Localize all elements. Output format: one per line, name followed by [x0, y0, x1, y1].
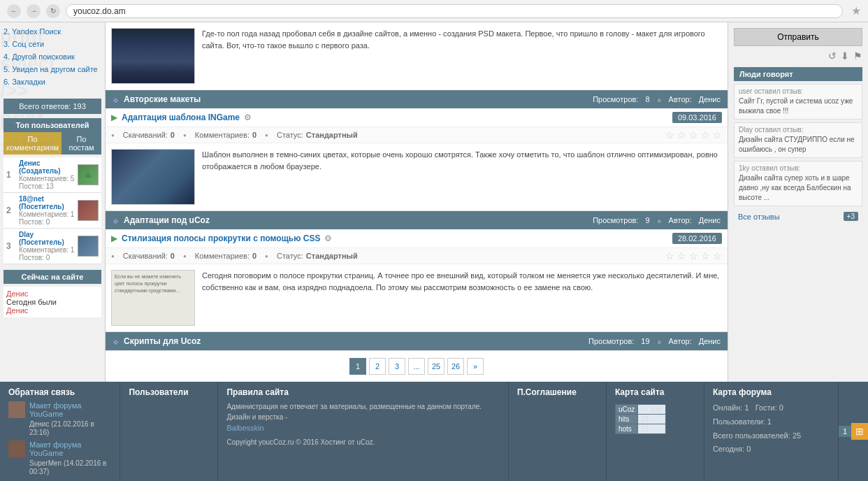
footer-designer-link[interactable]: Balbesskin: [226, 422, 499, 434]
download-icon[interactable]: ⬇: [841, 50, 849, 62]
user-name-1[interactable]: Денис (Создатель): [19, 159, 78, 175]
post-2-title-link[interactable]: Стилизация полосы прокрутки с помощью CS…: [122, 234, 320, 243]
section-title-3: Скрипты для Ucoz: [124, 336, 201, 346]
section-author-name-2: Денис: [699, 216, 721, 224]
nav-link-yandex[interactable]: 2. Yandex Поиск: [3, 26, 101, 37]
comments-count-1: 0: [252, 131, 256, 139]
forward-btn[interactable]: →: [27, 4, 41, 18]
section-author-label-3: Автор:: [669, 337, 692, 345]
user-stats-comments-3: Комментариев: 1: [19, 246, 78, 254]
post-1-gear-icon[interactable]: ⚙: [244, 113, 252, 122]
page-25-btn[interactable]: 25: [428, 358, 444, 375]
page-next-btn[interactable]: »: [467, 358, 484, 375]
back-btn[interactable]: ←: [7, 4, 21, 18]
online-label: Онлайн:: [713, 403, 742, 412]
refresh-icon[interactable]: ↺: [828, 50, 837, 62]
today-user-link[interactable]: Денис: [6, 306, 28, 315]
post-2-left: ▶ Стилизация полосы прокрутки с помощью …: [111, 234, 332, 243]
section-header-2: ⬦ Адаптации под uCoz Просмотров: 9 ⬦ Авт…: [106, 211, 728, 229]
section-arrow-3: ⬦: [113, 336, 118, 347]
bookmark-icon[interactable]: ★: [851, 4, 861, 17]
total-users-count: 25: [793, 431, 801, 440]
online-user-link[interactable]: Денис: [6, 289, 28, 298]
footer-post-1-link[interactable]: Макет форума YouGame: [29, 401, 111, 418]
nav-link-bookmarks[interactable]: 6. Закладки: [3, 76, 101, 87]
post-1-arrow: ▶: [111, 113, 117, 122]
review-author-3: 1ky оставил отзыв:: [739, 164, 858, 172]
section-author-label-1: Автор:: [669, 95, 692, 103]
dot-5: ●: [183, 253, 187, 259]
user-name-3[interactable]: Dlay (Посетитель): [19, 231, 78, 246]
top-users-title: Топ пользователей: [3, 118, 101, 132]
reviews-title: Люди говорят: [734, 67, 862, 81]
tab-by-comments[interactable]: По комментариям: [3, 132, 62, 155]
online-count: 1: [744, 403, 748, 412]
section-header-1: ⬦ Авторские макеты Просмотров: 8 ⬦ Автор…: [106, 90, 728, 108]
review-text-3: Дизайн сайта супер хоть и в шаре давно ,…: [739, 173, 858, 203]
footer-avatar-2: [8, 440, 25, 457]
total-users-label: Всего пользователей:: [713, 431, 790, 440]
send-button[interactable]: Отправить: [734, 28, 862, 46]
footer-post-2-sub: SuperMen (14.02.2016 в 00:37): [29, 459, 106, 475]
today-footer-count: 0: [746, 445, 751, 453]
post-2-title-row: ▶ Стилизация полосы прокрутки с помощью …: [106, 229, 728, 248]
footer-avatar-1: [8, 401, 25, 418]
post-1-meta-row: ● Скачиваний: 0 ● Комментариев: 0 ● Стат…: [106, 127, 728, 143]
user-stats-comments-2: Комментариев: 1: [19, 210, 78, 218]
pagination: 1 2 3 ... 25 26 »: [106, 350, 728, 382]
tab-by-posts[interactable]: По постам: [62, 132, 101, 155]
section-views-3: 19: [641, 337, 649, 345]
section-author-name-1: Денис: [699, 95, 721, 103]
right-sidebar: Отправить ↺ ⬇ ⚑ Люди говорят user остави…: [728, 22, 868, 382]
post-1-title-link[interactable]: Адаптация шаблона INGame: [122, 113, 240, 122]
page-3-btn[interactable]: 3: [389, 358, 405, 375]
stats-label-1: uCoz: [615, 405, 637, 415]
post-2-gear-icon[interactable]: ⚙: [324, 234, 332, 243]
user-info-3: Dlay (Посетитель) Комментариев: 1 Постов…: [19, 231, 78, 261]
tag-icon[interactable]: ⚑: [853, 50, 862, 62]
review-item-2: Dlay оставил отзыв: Дизайн сайта СТУДРИП…: [734, 122, 862, 158]
post-1-body: Шаблон выполнен в темно-синих цветах, ко…: [106, 143, 728, 211]
comments-count-2: 0: [252, 252, 256, 260]
user-stats-comments-1: Комментариев: 5: [19, 175, 78, 182]
nav-link-other-search[interactable]: 4. Другой поисковик: [3, 51, 101, 62]
dot-6: ●: [265, 253, 268, 259]
page-26-btn[interactable]: 26: [447, 358, 464, 375]
review-author-name-2[interactable]: Dlay: [739, 126, 753, 134]
page-dots-btn[interactable]: ...: [408, 358, 425, 375]
action-icons: ↺ ⬇ ⚑: [734, 50, 862, 62]
section-views-label-2: Просмотров:: [593, 216, 638, 224]
nav-link-other-site[interactable]: 5. Увидел на другом сайте: [3, 64, 101, 75]
footer-rules-text: Администрация не отвечает за материалы, …: [226, 401, 499, 434]
user-name-2[interactable]: 18@net (Посетитель): [19, 195, 78, 210]
post-1-stars[interactable]: ☆ ☆ ☆ ☆ ☆: [665, 129, 722, 141]
section-title-2: Адаптации под uCoz: [124, 215, 210, 225]
comments-label-2: Комментариев:: [195, 252, 249, 260]
section-meta-1: Просмотров: 8 ⬦ Автор: Денис: [593, 95, 721, 103]
rss-icon[interactable]: ⊞: [851, 423, 868, 440]
rank-number-3: 3: [6, 241, 19, 251]
page-2-btn[interactable]: 2: [369, 358, 386, 375]
footer-col-agreement: П.Соглашение: [509, 382, 607, 481]
rank-number-1: 1: [6, 170, 19, 180]
review-author-name-3[interactable]: 1ky: [739, 164, 750, 172]
review-author-name-1[interactable]: user: [739, 87, 752, 95]
all-reviews-link[interactable]: Все отзывы: [738, 213, 780, 221]
left-sidebar: printselect/>>printselect 2. Yandex Поис…: [0, 22, 105, 382]
reload-btn[interactable]: ↻: [46, 4, 60, 18]
online-title: Сейчас на сайте: [3, 270, 101, 284]
online-names: Денис Сегодня были Денис: [3, 287, 101, 317]
post-1-right: 09.03.2016: [672, 112, 722, 123]
section-views-label-1: Просмотров:: [593, 95, 638, 103]
footer-post-1-info: Макет форума YouGame Денис (21.02.2016 в…: [29, 401, 111, 436]
nav-link-social[interactable]: 3. Соц сети: [3, 38, 101, 50]
user-avatar-2: [78, 200, 99, 221]
total-users-row: Всего пользователей: 25 Сегодня: 0: [713, 429, 830, 457]
review-author-1: user оставил отзыв:: [739, 87, 858, 95]
address-bar[interactable]: youcoz.do.am: [66, 4, 843, 18]
post-2-stars[interactable]: ☆ ☆ ☆ ☆ ☆: [665, 250, 722, 261]
page-1-btn[interactable]: 1: [349, 358, 366, 375]
review-text-1: Сайт Гг, пустой и система ucoz уже выжил…: [739, 96, 858, 116]
footer-post-2-link[interactable]: Макет форума YouGame: [29, 440, 111, 457]
user-info-1: Денис (Создатель) Комментариев: 5 Постов…: [19, 159, 78, 190]
